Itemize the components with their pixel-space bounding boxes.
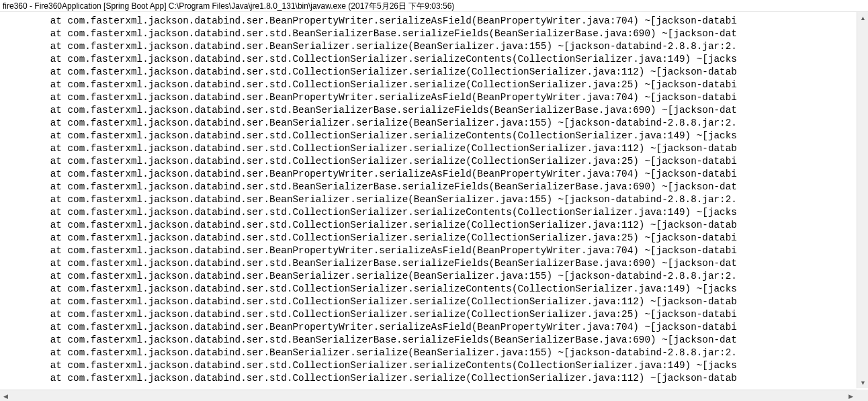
console-title-text: fire360 - Fire360Application [Spring Boo… — [3, 1, 454, 11]
scroll-right-arrow-icon[interactable]: ▶ — [845, 390, 857, 401]
stack-trace-line[interactable]: at com.fasterxml.jackson.databind.ser.st… — [4, 308, 868, 321]
scroll-up-arrow-icon[interactable]: ▲ — [857, 12, 868, 24]
stack-trace-line[interactable]: at com.fasterxml.jackson.databind.ser.st… — [4, 257, 868, 270]
stack-trace-line[interactable]: at com.fasterxml.jackson.databind.ser.st… — [4, 130, 868, 142]
stack-trace-line[interactable]: at com.fasterxml.jackson.databind.ser.Be… — [4, 15, 868, 28]
stack-trace-line[interactable]: at com.fasterxml.jackson.databind.ser.Be… — [4, 321, 868, 334]
stack-trace-line[interactable]: at com.fasterxml.jackson.databind.ser.st… — [4, 79, 868, 91]
stack-trace-line[interactable]: at com.fasterxml.jackson.databind.ser.st… — [4, 155, 868, 168]
console-title-bar: fire360 - Fire360Application [Spring Boo… — [0, 0, 868, 12]
stack-trace-line[interactable]: at com.fasterxml.jackson.databind.ser.st… — [4, 359, 868, 372]
scroll-left-arrow-icon[interactable]: ◀ — [0, 390, 11, 401]
stack-trace-line[interactable]: at com.fasterxml.jackson.databind.ser.Be… — [4, 193, 868, 206]
stack-trace-line[interactable]: at com.fasterxml.jackson.databind.ser.Be… — [4, 117, 868, 130]
stack-trace-line[interactable]: at com.fasterxml.jackson.databind.ser.Be… — [4, 270, 868, 283]
stack-trace-line[interactable]: at com.fasterxml.jackson.databind.ser.st… — [4, 232, 868, 244]
stack-trace-line[interactable]: at com.fasterxml.jackson.databind.ser.Be… — [4, 347, 868, 359]
stack-trace-line[interactable]: at com.fasterxml.jackson.databind.ser.st… — [4, 372, 868, 385]
scroll-down-arrow-icon[interactable]: ▼ — [857, 377, 868, 388]
stack-trace-line[interactable]: at com.fasterxml.jackson.databind.ser.Be… — [4, 91, 868, 104]
stack-trace-line[interactable]: at com.fasterxml.jackson.databind.ser.Be… — [4, 40, 868, 53]
stack-trace-line[interactable]: at com.fasterxml.jackson.databind.ser.st… — [4, 66, 868, 79]
stack-trace-line[interactable]: at com.fasterxml.jackson.databind.ser.st… — [4, 53, 868, 66]
stack-trace-line[interactable]: at com.fasterxml.jackson.databind.ser.st… — [4, 296, 868, 308]
vertical-scrollbar[interactable]: ▲ ▼ — [857, 12, 868, 388]
console-area[interactable]: at com.fasterxml.jackson.databind.ser.Be… — [0, 12, 868, 388]
horizontal-scrollbar[interactable]: ◀ ▶ — [0, 390, 857, 401]
stack-trace-line[interactable]: at com.fasterxml.jackson.databind.ser.st… — [4, 219, 868, 232]
stack-trace-line[interactable]: at com.fasterxml.jackson.databind.ser.st… — [4, 334, 868, 347]
stack-trace-line[interactable]: at com.fasterxml.jackson.databind.ser.st… — [4, 283, 868, 296]
scrollbar-corner — [857, 390, 868, 401]
stack-trace-line[interactable]: at com.fasterxml.jackson.databind.ser.st… — [4, 28, 868, 40]
stack-trace-line[interactable]: at com.fasterxml.jackson.databind.ser.st… — [4, 104, 868, 117]
stack-trace-line[interactable]: at com.fasterxml.jackson.databind.ser.st… — [4, 142, 868, 155]
console-content[interactable]: at com.fasterxml.jackson.databind.ser.Be… — [0, 12, 868, 388]
stack-trace-line[interactable]: at com.fasterxml.jackson.databind.ser.Be… — [4, 244, 868, 257]
stack-trace-line[interactable]: at com.fasterxml.jackson.databind.ser.st… — [4, 181, 868, 193]
stack-trace-line[interactable]: at com.fasterxml.jackson.databind.ser.Be… — [4, 168, 868, 181]
stack-trace-line[interactable]: at com.fasterxml.jackson.databind.ser.st… — [4, 206, 868, 219]
